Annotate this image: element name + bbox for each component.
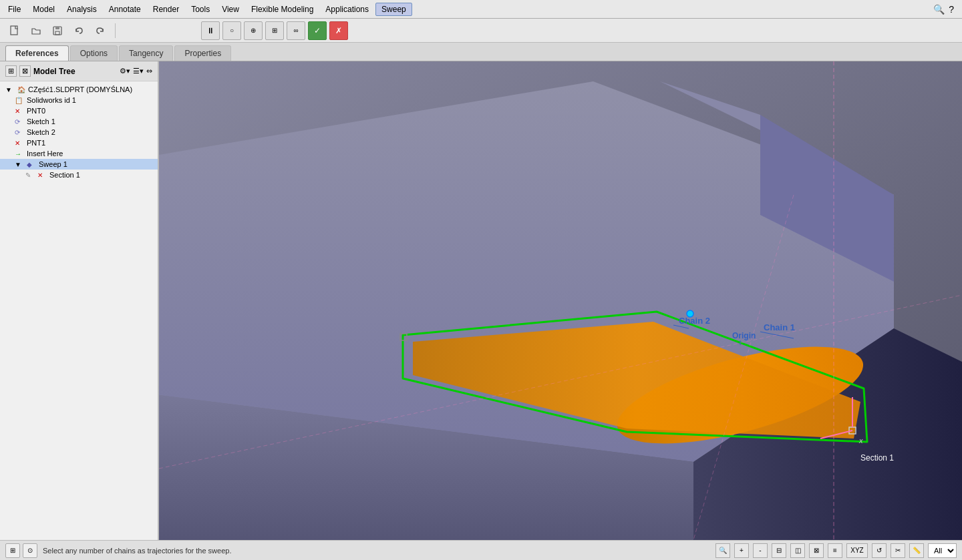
tree-item-solidworks[interactable]: 📋 Solidworks id 1 [0,95,158,105]
tree-icon-section1: ✎ [25,172,35,179]
svg-rect-3 [55,31,59,35]
tree-expand-root[interactable]: ▼ [5,86,15,93]
open-button[interactable] [27,21,45,40]
view-orient-button[interactable]: ⊟ [772,543,786,558]
model-tree-header: ⊞ ⊠ Model Tree ⚙▾ ☰▾ ⇔ [0,61,158,81]
save-button[interactable] [48,21,67,40]
tree-label-sweep1: Sweep 1 [39,160,67,168]
svg-text:Origin: Origin [732,331,756,340]
model-tree-content: ▼ 🏠 CZęść1.SLDPRT (DOMYŚLNA) 📋 Solidwork… [0,81,158,540]
coord-button[interactable]: XYZ [846,543,868,558]
tree-icon-section1-x: ✕ [37,172,47,179]
menu-render[interactable]: Render [148,3,184,15]
top-right-icons: 🔍 ? [933,4,959,15]
perspective-button[interactable]: ⊠ [809,543,824,558]
tab-bar: References Options Tangency Properties [0,43,962,61]
menu-applications[interactable]: Applications [320,3,374,15]
zoom-in-button[interactable]: + [734,543,749,558]
new-button[interactable] [5,21,24,40]
selection-dropdown[interactable]: All [928,543,957,558]
tree-item-pnt0[interactable]: ✕ PNT0 [0,105,158,116]
confirm-button[interactable]: ✓ [308,21,327,40]
menu-view[interactable]: View [216,3,245,15]
menu-model[interactable]: Model [27,3,60,15]
search-icon[interactable]: 🔍 [933,4,945,15]
tree-label-sketch2: Sketch 2 [27,128,55,136]
right-status: 🔍 + - ⊟ ◫ ⊠ ≡ XYZ ↺ ✂ 📏 All [715,543,957,558]
tree-item-sweep1[interactable]: ▼ ◆ Sweep 1 [0,159,158,170]
undo-button[interactable] [69,21,88,40]
tree-icon-solidworks: 📋 [15,97,24,104]
spin-button[interactable]: ↺ [872,543,887,558]
tab-tangency[interactable]: Tangency [119,45,173,61]
model-tree-title: Model Tree [33,67,114,76]
tree-item-sketch2[interactable]: ⟳ Sketch 2 [0,127,158,137]
display-mode-button[interactable]: ◫ [790,543,805,558]
svg-text:Section 1: Section 1 [860,453,894,463]
measure-button[interactable]: 📏 [909,543,924,558]
more-views-button[interactable]: ≡ [828,543,842,558]
tree-icon-pnt0: ✕ [15,107,24,115]
tree-item-insert-here[interactable]: → Insert Here [0,148,158,159]
svg-rect-0 [11,26,17,35]
menu-file[interactable]: File [3,3,26,15]
tree-item-sketch1[interactable]: ⟳ Sketch 1 [0,116,158,127]
menu-tools[interactable]: Tools [186,3,215,15]
menu-bar: File Model Analysis Annotate Render Tool… [0,0,962,19]
menu-sweep[interactable]: Sweep [375,3,412,16]
status-icon-1[interactable]: ⊞ [5,543,20,558]
sweep-btn-3[interactable]: ⊞ [265,21,284,40]
tab-options[interactable]: Options [70,45,118,61]
tree-label-pnt0: PNT0 [27,107,45,115]
tab-properties[interactable]: Properties [174,45,231,61]
clip-button[interactable]: ✂ [891,543,905,558]
tree-label-section1: Section 1 [49,171,80,179]
help-icon[interactable]: ? [949,4,954,15]
sweep-btn-4[interactable]: ∞ [287,21,305,40]
left-panel: ⊞ ⊠ Model Tree ⚙▾ ☰▾ ⇔ ▼ 🏠 CZęść1.SLDPRT… [0,61,159,540]
svg-rect-2 [55,27,59,29]
redo-button[interactable] [91,21,110,40]
sweep-btn-1[interactable]: ○ [222,21,241,40]
tree-icon-root: 🏠 [17,86,25,93]
status-icon-2[interactable]: ⊙ [23,543,37,558]
svg-text:Chain 1: Chain 1 [764,322,795,332]
zoom-fit-button[interactable]: 🔍 [715,543,730,558]
model-tree-settings-icon[interactable]: ⚙▾ [120,67,130,75]
svg-text:Chain 2: Chain 2 [679,316,710,326]
tree-icon-insert-here: → [15,150,24,158]
pause-button[interactable]: ⏸ [201,21,220,40]
zoom-out-button[interactable]: - [753,543,768,558]
tree-item-section1[interactable]: ✎ ✕ Section 1 [0,170,158,180]
3d-viewport-svg: Chain 2 Chain 1 Origin Section 1 x [159,61,962,540]
tree-label-pnt1: PNT1 [27,139,45,147]
tree-label-solidworks: Solidworks id 1 [27,96,76,104]
model-tree-icon-1[interactable]: ⊞ [5,65,17,77]
cancel-button[interactable]: ✗ [329,21,348,40]
tree-icon-sketch2: ⟳ [15,129,24,136]
svg-text:x: x [858,437,863,445]
toolbar-separator-1 [115,23,116,38]
tree-label-insert-here: Insert Here [27,150,63,158]
tree-icon-sketch1: ⟳ [15,118,24,125]
status-icons: ⊞ ⊙ [5,543,37,558]
menu-annotate[interactable]: Annotate [104,3,146,15]
tree-icon-pnt1: ✕ [15,139,24,147]
sweep-btn-2[interactable]: ⊕ [244,21,263,40]
tree-icon-sweep1: ◆ [27,161,36,168]
main-layout: ⊞ ⊠ Model Tree ⚙▾ ☰▾ ⇔ ▼ 🏠 CZęść1.SLDPRT… [0,61,962,540]
tree-expand-sweep1[interactable]: ▼ [15,161,24,168]
viewport[interactable]: Datum ↙ [159,61,962,540]
status-bar: ⊞ ⊙ Select any number of chains as traje… [0,540,962,560]
menu-flexible-modeling[interactable]: Flexible Modeling [246,3,319,15]
tree-item-pnt1[interactable]: ✕ PNT1 [0,137,158,148]
tree-label-sketch1: Sketch 1 [27,117,55,125]
tree-item-root[interactable]: ▼ 🏠 CZęść1.SLDPRT (DOMYŚLNA) [0,84,158,95]
model-tree-expand-icon[interactable]: ⇔ [146,67,152,75]
model-tree-filter-icon[interactable]: ☰▾ [133,67,144,75]
menu-analysis[interactable]: Analysis [61,3,102,15]
status-message: Select any number of chains as trajector… [43,547,231,555]
tree-label-root: CZęść1.SLDPRT (DOMYŚLNA) [28,85,132,93]
tab-references[interactable]: References [5,45,69,61]
model-tree-icon-2[interactable]: ⊠ [19,65,31,77]
